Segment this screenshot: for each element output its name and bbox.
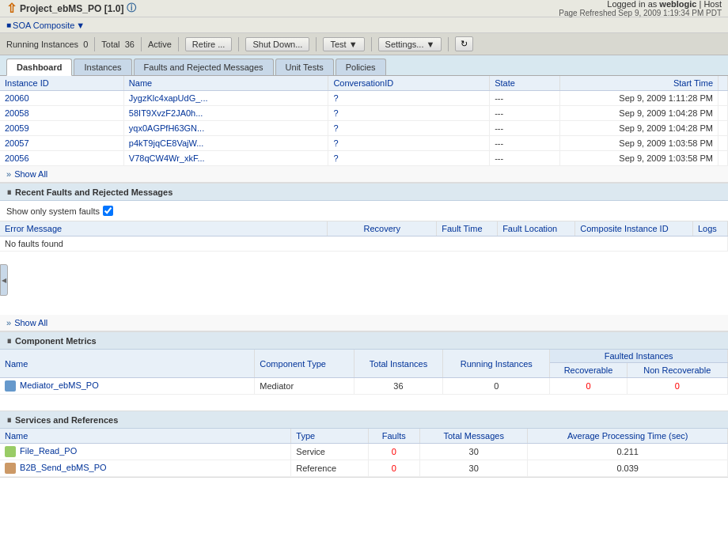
collapse-handle[interactable]: ◀ — [0, 264, 8, 296]
no-faults-cell: No faults found — [0, 236, 728, 252]
metrics-type-cell: Mediator — [255, 378, 355, 395]
col-state: State — [490, 76, 560, 91]
faults-show-all-label[interactable]: Show All — [14, 318, 47, 327]
svc-col-name: Name — [0, 429, 291, 444]
svc-faults-cell: 0 — [368, 444, 420, 460]
separator-6 — [371, 37, 372, 51]
instance-state-cell: --- — [490, 91, 560, 106]
instance-id-cell[interactable]: 20056 — [0, 151, 123, 166]
services-row: B2B_Send_ebMS_PO Reference 0 30 0.039 — [0, 460, 728, 477]
instance-time-cell: Sep 9, 2009 1:03:58 PM — [560, 151, 719, 166]
metrics-name-link[interactable]: Mediator_ebMS_PO — [20, 380, 99, 390]
svc-name-cell[interactable]: File_Read_PO — [0, 444, 291, 460]
test-dropdown-icon: ▼ — [349, 40, 358, 49]
svc-name-cell[interactable]: B2B_Send_ebMS_PO — [0, 460, 291, 477]
svc-type-cell: Reference — [291, 460, 368, 477]
test-button[interactable]: Test ▼ — [323, 37, 364, 51]
metrics-col-recoverable: Recoverable — [550, 363, 627, 378]
separator-5 — [316, 37, 317, 51]
main-content: Instance ID Name ConversationID State St… — [0, 76, 728, 560]
show-all-arrow: » — [6, 169, 11, 179]
instances-show-all[interactable]: » Show All — [0, 166, 728, 183]
sub-header: ■ SOA Composite ▼ — [0, 17, 728, 33]
table-row: 20060 JygzKlc4xapUdG_... ? --- Sep 9, 20… — [0, 91, 728, 106]
instance-name-cell[interactable]: yqx0AGPfH63GN... — [123, 121, 328, 136]
faults-show-all[interactable]: » Show All — [0, 315, 728, 331]
tab-dashboard[interactable]: Dashboard — [6, 59, 72, 76]
faults-show-all-arrow: » — [6, 318, 11, 327]
svc-col-faults: Faults — [368, 429, 420, 444]
col-logs: Logs — [692, 221, 727, 236]
instances-section: Instance ID Name ConversationID State St… — [0, 76, 728, 184]
show-all-label[interactable]: Show All — [14, 169, 47, 179]
instance-name-cell[interactable]: p4kT9jqCE8VajW... — [123, 136, 328, 151]
table-row: 20058 58IT9XvzF2JA0h... ? --- Sep 9, 200… — [0, 106, 728, 121]
svc-col-avg-processing: Average Processing Time (sec) — [528, 429, 728, 444]
separator-3 — [178, 37, 179, 51]
services-section-header: ∎ Services and References — [0, 411, 728, 429]
metrics-col-name: Name — [0, 350, 255, 378]
col-instance-id: Instance ID — [0, 76, 123, 91]
instance-name-cell[interactable]: 58IT9XvzF2JA0h... — [123, 106, 328, 121]
svc-avgtime-cell: 0.211 — [528, 444, 728, 460]
tab-policies[interactable]: Policies — [336, 59, 386, 75]
running-count: 0 — [83, 40, 88, 49]
instance-id-cell[interactable]: 20060 — [0, 91, 123, 106]
no-faults-row: No faults found — [0, 236, 728, 252]
row-scroll-cell — [719, 106, 728, 121]
instance-time-cell: Sep 9, 2009 1:03:58 PM — [560, 136, 719, 151]
table-row: 20057 p4kT9jqCE8VajW... ? --- Sep 9, 200… — [0, 136, 728, 151]
metrics-collapse-icon[interactable]: ∎ — [6, 335, 12, 346]
system-faults-checkbox[interactable] — [103, 206, 113, 216]
instance-conv-cell: ? — [328, 106, 490, 121]
services-collapse-icon[interactable]: ∎ — [6, 414, 12, 425]
metrics-col-running: Running Instances — [443, 350, 550, 378]
col-conversation-id: ConversationID — [328, 76, 490, 91]
services-section-title: Services and References — [15, 415, 118, 425]
show-system-faults-label: Show only system faults — [6, 206, 100, 216]
row-scroll-cell — [719, 91, 728, 106]
instance-time-cell: Sep 9, 2009 1:04:28 PM — [560, 121, 719, 136]
metrics-running-cell: 0 — [443, 378, 550, 395]
chevron-down-icon: ▼ — [76, 21, 85, 30]
metrics-col-type: Component Type — [255, 350, 355, 378]
instance-id-cell[interactable]: 20058 — [0, 106, 123, 121]
metrics-name-cell[interactable]: Mediator_ebMS_PO — [0, 378, 255, 395]
refresh-button[interactable]: ↻ — [455, 36, 473, 51]
soa-icon: ■ — [6, 21, 11, 29]
metrics-table: Name Component Type Total Instances Runn… — [0, 350, 728, 395]
svc-name-link[interactable]: File_Read_PO — [20, 446, 77, 456]
settings-button[interactable]: Settings... ▼ — [378, 37, 442, 51]
total-count: 36 — [125, 40, 135, 49]
svc-col-type: Type — [291, 429, 368, 444]
instance-id-cell[interactable]: 20057 — [0, 136, 123, 151]
faults-empty-space — [0, 252, 728, 315]
soa-composite-link[interactable]: ■ SOA Composite ▼ — [6, 21, 85, 30]
instance-state-cell: --- — [490, 136, 560, 151]
tab-instances[interactable]: Instances — [74, 59, 131, 75]
instance-conv-cell: ? — [328, 151, 490, 166]
instance-name-cell[interactable]: JygzKlc4xapUdG_... — [123, 91, 328, 106]
retire-button[interactable]: Retire ... — [185, 37, 233, 51]
tab-bar: Dashboard Instances Faults and Rejected … — [0, 55, 728, 76]
separator-2 — [141, 37, 142, 51]
instance-name-cell[interactable]: V78qCW4Wr_xkF... — [123, 151, 328, 166]
metrics-nonrecoverable-cell: 0 — [627, 378, 727, 395]
tab-faults[interactable]: Faults and Rejected Messages — [134, 59, 274, 75]
app-title-area: ⇧ Project_ebMS_PO [1.0] ⓘ — [6, 1, 136, 16]
svc-messages-cell: 30 — [420, 460, 528, 477]
separator-4 — [238, 37, 239, 51]
instance-state-cell: --- — [490, 151, 560, 166]
faults-collapse-icon[interactable]: ∎ — [6, 187, 12, 197]
separator-7 — [448, 37, 449, 51]
settings-dropdown-icon: ▼ — [427, 40, 435, 49]
metrics-row: Mediator_ebMS_PO Mediator 36 0 0 0 — [0, 378, 728, 395]
instance-id-cell[interactable]: 20059 — [0, 121, 123, 136]
col-start-time: Start Time — [560, 76, 719, 91]
tab-unit-tests[interactable]: Unit Tests — [275, 59, 334, 75]
svc-name-link[interactable]: B2B_Send_ebMS_PO — [20, 463, 106, 472]
shutdown-button[interactable]: Shut Down... — [245, 37, 309, 51]
info-icon[interactable]: ⓘ — [127, 2, 136, 15]
services-table: Name Type Faults Total Messages Average … — [0, 429, 728, 477]
row-scroll-cell — [719, 121, 728, 136]
